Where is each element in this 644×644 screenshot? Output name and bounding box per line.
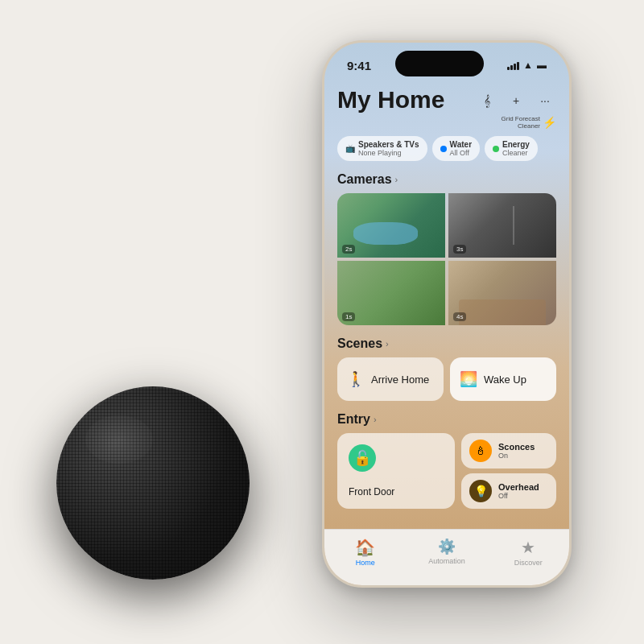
speakers-icon: 📺 bbox=[345, 144, 355, 153]
scene-wake-up[interactable]: 🌅 Wake Up bbox=[450, 357, 556, 401]
more-button[interactable]: ··· bbox=[534, 89, 556, 112]
scenes-section-header[interactable]: Scenes › bbox=[337, 336, 556, 351]
waveform-icon: 𝄞 bbox=[484, 94, 490, 108]
dynamic-island bbox=[395, 51, 484, 76]
scene-arrive-home[interactable]: 🚶 Arrive Home bbox=[337, 357, 444, 401]
camera-grid: 2s 3s 1s 4s bbox=[337, 193, 556, 325]
arrive-home-icon: 🚶 bbox=[347, 370, 365, 388]
homepod-mini bbox=[48, 354, 274, 580]
lightning-icon: ⚡ bbox=[543, 116, 556, 129]
grid-forecast-label: Grid Forecast bbox=[502, 115, 540, 122]
automation-tab-label: Automation bbox=[428, 557, 465, 565]
app-header: My Home 𝄞 + ··· bbox=[337, 86, 556, 130]
lock-icon: 🔓 bbox=[349, 444, 376, 472]
cam4-timer: 4s bbox=[453, 312, 466, 321]
tab-automation[interactable]: ⚙️ Automation bbox=[419, 538, 475, 565]
sconces-icon: 🕯 bbox=[469, 440, 492, 462]
chip-water[interactable]: Water All Off bbox=[432, 136, 480, 161]
page-title: My Home bbox=[337, 86, 444, 114]
front-door-label: Front Door bbox=[349, 486, 394, 497]
grid-cleaner-label: Cleaner bbox=[502, 122, 540, 130]
scenes-title: Scenes bbox=[337, 336, 382, 351]
cam3-timer: 1s bbox=[342, 312, 355, 321]
energy-dot bbox=[493, 146, 499, 152]
entry-section-header[interactable]: Entry › bbox=[337, 412, 556, 427]
status-icons: ▲ ▬ bbox=[507, 60, 547, 71]
wake-up-label: Wake Up bbox=[484, 374, 526, 386]
tab-home[interactable]: 🏠 Home bbox=[337, 538, 394, 567]
cameras-chevron: › bbox=[395, 175, 398, 184]
entry-chevron: › bbox=[374, 415, 377, 424]
entry-title: Entry bbox=[337, 412, 370, 427]
overhead-card[interactable]: 💡 Overhead Off bbox=[461, 473, 556, 509]
home-tab-icon: 🏠 bbox=[355, 538, 375, 557]
cam1-timer: 2s bbox=[342, 245, 355, 254]
status-time: 9:41 bbox=[347, 59, 371, 72]
chip-speakers-title: Speakers & TVs bbox=[358, 140, 419, 149]
chip-water-title: Water bbox=[450, 140, 472, 149]
automation-tab-icon: ⚙️ bbox=[438, 538, 456, 555]
sconces-title: Sconces bbox=[498, 442, 535, 452]
water-dot bbox=[440, 146, 447, 152]
header-actions: 𝄞 + ··· bbox=[476, 89, 556, 112]
discover-tab-label: Discover bbox=[514, 559, 543, 567]
camera-2[interactable]: 3s bbox=[448, 193, 556, 258]
cameras-section-header[interactable]: Cameras › bbox=[337, 172, 556, 187]
phone-frame: 9:41 ▲ ▬ My Home bbox=[322, 40, 572, 588]
cam2-timer: 3s bbox=[453, 245, 466, 254]
overhead-status: Off bbox=[498, 492, 539, 500]
cameras-title: Cameras bbox=[337, 172, 392, 187]
entry-cards: 🔓 Front Door 🕯 Sconces On 💡 bbox=[337, 433, 556, 509]
camera-1[interactable]: 2s bbox=[337, 193, 445, 258]
discover-tab-icon: ★ bbox=[521, 538, 535, 557]
scenes-row: 🚶 Arrive Home 🌅 Wake Up bbox=[337, 357, 556, 401]
camera-3[interactable]: 1s bbox=[337, 261, 445, 325]
camera-4[interactable]: 4s bbox=[448, 261, 556, 325]
category-chips: 📺 Speakers & TVs None Playing Water All … bbox=[337, 136, 556, 161]
phone-screen: 9:41 ▲ ▬ My Home bbox=[324, 43, 569, 585]
chip-energy-sub: Cleaner bbox=[502, 149, 530, 157]
signal-icon bbox=[507, 60, 519, 70]
overhead-icon: 💡 bbox=[469, 480, 492, 502]
waveform-button[interactable]: 𝄞 bbox=[476, 89, 498, 112]
arrive-home-label: Arrive Home bbox=[371, 374, 429, 386]
overhead-title: Overhead bbox=[498, 482, 539, 492]
chip-energy-title: Energy bbox=[502, 140, 530, 149]
tab-discover[interactable]: ★ Discover bbox=[500, 538, 556, 567]
wifi-icon: ▲ bbox=[523, 60, 533, 71]
chip-water-sub: All Off bbox=[450, 149, 472, 157]
plus-icon: + bbox=[513, 94, 519, 107]
status-bar: 9:41 ▲ ▬ bbox=[324, 43, 569, 78]
homepod-body bbox=[56, 386, 250, 580]
battery-icon: ▬ bbox=[537, 60, 547, 71]
scenes-chevron: › bbox=[386, 339, 389, 349]
ellipsis-icon: ··· bbox=[540, 94, 550, 107]
tab-bar: 🏠 Home ⚙️ Automation ★ Discover bbox=[324, 529, 569, 585]
add-button[interactable]: + bbox=[505, 89, 527, 112]
app-content: My Home 𝄞 + ··· bbox=[324, 78, 569, 524]
phone-device: 9:41 ▲ ▬ My Home bbox=[322, 40, 572, 588]
entry-right-column: 🕯 Sconces On 💡 Overhead Off bbox=[461, 433, 556, 509]
chip-speakers[interactable]: 📺 Speakers & TVs None Playing bbox=[337, 136, 427, 161]
sconces-card[interactable]: 🕯 Sconces On bbox=[461, 433, 556, 469]
home-tab-label: Home bbox=[356, 559, 375, 567]
sconces-status: On bbox=[498, 452, 535, 460]
chip-speakers-sub: None Playing bbox=[358, 149, 419, 157]
front-door-card[interactable]: 🔓 Front Door bbox=[337, 433, 455, 509]
wake-up-icon: 🌅 bbox=[460, 370, 477, 388]
chip-energy[interactable]: Energy Cleaner bbox=[485, 136, 538, 161]
